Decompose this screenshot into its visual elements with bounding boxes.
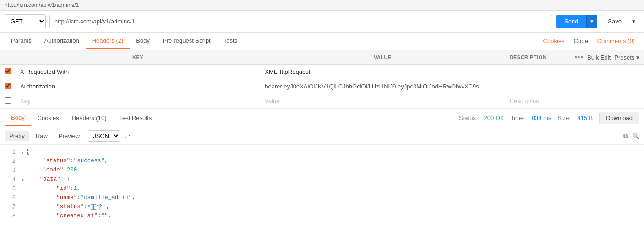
request-tabs: Params Authorization Headers (2) Body Pr… xyxy=(0,33,644,50)
header-row-0: X-Requested-With XMLHttpRequest xyxy=(0,65,644,79)
resp-tab-test-results[interactable]: Test Results xyxy=(113,111,158,125)
desc-cell-0 xyxy=(505,65,644,79)
tab-tests[interactable]: Tests xyxy=(217,33,244,49)
desc-cell-1 xyxy=(505,79,644,94)
header-row-1: Authorization bearer eyJ0eXAiOiJKV1QiLCJ… xyxy=(0,79,644,94)
header-row-empty: Key Value Description xyxy=(0,94,644,109)
status-label: Status: xyxy=(459,115,477,122)
size-value: 415 B xyxy=(577,115,593,122)
request-tabs-right: Cookies Code Comments (0) xyxy=(539,34,639,48)
checkbox-cell-1[interactable] xyxy=(0,79,16,94)
checkbox-cell-empty[interactable] xyxy=(0,94,16,109)
resp-tab-headers[interactable]: Headers (10) xyxy=(65,111,113,125)
tab-params[interactable]: Params xyxy=(5,33,38,49)
value-cell-empty: Value xyxy=(260,94,505,109)
key-cell-empty: Key xyxy=(16,94,260,109)
code-line-1: 1 ▾ { xyxy=(0,149,644,158)
response-status: Status: 200 OK Time: 838 ms Size: 415 B … xyxy=(459,112,639,124)
download-button[interactable]: Download xyxy=(599,112,639,124)
fmt-tab-raw[interactable]: Raw xyxy=(31,131,52,141)
tab-authorization[interactable]: Authorization xyxy=(38,33,86,49)
col-header-key: KEY xyxy=(16,50,260,65)
fmt-tab-pretty[interactable]: Pretty xyxy=(5,131,29,141)
checkbox-1[interactable] xyxy=(5,83,11,89)
headers-section: KEY VALUE DESCRIPTION ••• Bulk Edit Pres… xyxy=(0,50,644,109)
fmt-tab-preview[interactable]: Preview xyxy=(54,131,84,141)
code-line-8: 8 "created_at": "", xyxy=(0,213,644,217)
col-header-value: VALUE xyxy=(260,50,505,65)
time-label: Time: xyxy=(511,115,525,122)
code-line-7: 7 "status": "正常", xyxy=(0,204,644,213)
tab-prerequest[interactable]: Pre-request Script xyxy=(156,33,217,49)
code-area[interactable]: 1 ▾ { 2 "status": "success", 3 "code": 2… xyxy=(0,145,644,217)
send-dropdown-button[interactable]: ▾ xyxy=(586,15,597,28)
value-cell-1: bearer eyJ0eXAiOiJKV1QiLCJhbGciOiJIUzI1N… xyxy=(260,79,505,94)
resp-tab-cookies[interactable]: Cookies xyxy=(31,111,65,125)
tab-headers[interactable]: Headers (2) xyxy=(86,33,130,49)
top-url-text: http://lcm.com/api/v1/admins/1 xyxy=(5,2,79,8)
time-value: 838 ms xyxy=(532,115,551,122)
desc-cell-empty: Description xyxy=(505,94,644,109)
body-format-bar: Pretty Raw Preview JSON XML HTML Text ⇌ … xyxy=(0,127,644,145)
key-cell-1: Authorization xyxy=(16,79,260,94)
main-wrapper: http://lcm.com/api/v1/admins/1 GET POST … xyxy=(0,0,644,232)
save-dropdown-button[interactable]: ▾ xyxy=(628,15,639,28)
wrap-icon[interactable]: ⇌ xyxy=(125,132,131,140)
code-line-6: 6 "name": "camille_admin", xyxy=(0,194,644,204)
status-value: 200 OK xyxy=(484,115,504,122)
dots-menu-button[interactable]: ••• xyxy=(574,53,584,61)
code-line-5: 5 "id": 1, xyxy=(0,185,644,194)
checkbox-empty[interactable] xyxy=(5,97,11,104)
code-line-3: 3 "code": 200, xyxy=(0,167,644,176)
presets-button[interactable]: Presets ▾ xyxy=(614,54,639,61)
checkbox-0[interactable] xyxy=(5,68,11,74)
value-cell-0: XMLHttpRequest xyxy=(260,65,505,79)
resp-tab-body[interactable]: Body xyxy=(5,110,31,126)
code-line-2: 2 "status": "success", xyxy=(0,158,644,167)
format-select[interactable]: JSON XML HTML Text xyxy=(88,130,120,142)
checkbox-cell-0[interactable] xyxy=(0,65,16,79)
body-right-icons: ⧉ 🔍 xyxy=(623,133,639,140)
method-select[interactable]: GET POST PUT DELETE xyxy=(5,14,46,28)
col-header-desc: DESCRIPTION ••• Bulk Edit Presets ▾ xyxy=(505,50,644,65)
comments-link[interactable]: Comments (0) xyxy=(593,34,639,48)
code-line-4: 4 ▾ "data": { xyxy=(0,176,644,185)
save-button[interactable]: Save xyxy=(601,15,628,28)
bulk-edit-button[interactable]: Bulk Edit xyxy=(587,54,611,61)
col-header-checkbox xyxy=(0,50,16,65)
request-row: GET POST PUT DELETE Send ▾ Save ▾ xyxy=(0,11,644,33)
cookies-link[interactable]: Cookies xyxy=(539,34,569,48)
search-icon[interactable]: 🔍 xyxy=(632,133,639,140)
headers-table: KEY VALUE DESCRIPTION ••• Bulk Edit Pres… xyxy=(0,50,644,109)
send-button[interactable]: Send xyxy=(556,15,586,28)
tab-body[interactable]: Body xyxy=(130,33,156,49)
key-cell-0: X-Requested-With xyxy=(16,65,260,79)
copy-icon[interactable]: ⧉ xyxy=(623,133,628,140)
size-label: Size: xyxy=(557,115,571,122)
response-tabs: Body Cookies Headers (10) Test Results S… xyxy=(0,109,644,127)
url-input[interactable] xyxy=(49,15,552,28)
code-link[interactable]: Code xyxy=(569,34,593,48)
url-bar-top: http://lcm.com/api/v1/admins/1 xyxy=(0,0,644,11)
